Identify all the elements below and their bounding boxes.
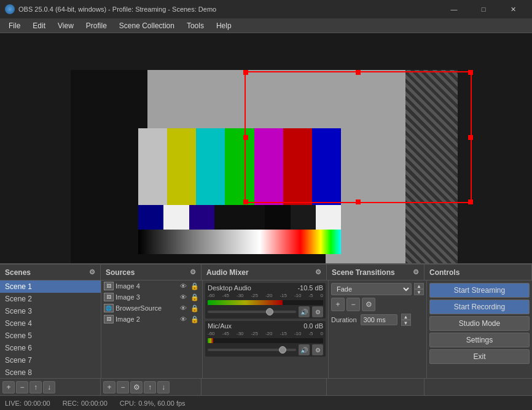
minimize-button[interactable]: — xyxy=(440,0,468,18)
duration-spin-down[interactable]: ▼ xyxy=(401,320,411,326)
start-streaming-button[interactable]: Start Streaming xyxy=(429,283,530,298)
source-item[interactable]: 🖼 Image 3 👁 🔒 xyxy=(101,292,202,303)
sources-header-icon[interactable]: ⚙ xyxy=(190,268,196,276)
transition-select-row: Fade Cut Swipe Slide ▲ ▼ xyxy=(331,283,424,295)
scene-item[interactable]: Scene 8 xyxy=(0,366,101,378)
titlebar-controls: — □ ✕ xyxy=(440,0,527,18)
source-eye-button[interactable]: 👁 xyxy=(178,304,188,312)
menu-view[interactable]: View xyxy=(52,19,80,33)
desktop-config-button[interactable]: ⚙ xyxy=(312,306,323,317)
mic-aux-meter xyxy=(208,338,323,343)
titlebar-left: OBS 25.0.4 (64-bit, windows) - Profile: … xyxy=(5,4,216,14)
rec-time: 00:00:00 xyxy=(81,400,108,407)
source-lock-button[interactable]: 🔒 xyxy=(190,304,200,312)
studio-mode-button[interactable]: Studio Mode xyxy=(429,316,530,331)
scene-item[interactable]: Scene 6 xyxy=(0,342,101,354)
scene-item[interactable]: Scene 1 xyxy=(0,280,101,293)
menu-help[interactable]: Help xyxy=(210,19,238,33)
sources-panel-header: Sources ⚙ xyxy=(101,265,201,280)
audio-panel-header: Audio Mixer ⚙ xyxy=(201,265,327,280)
menu-scene-collection[interactable]: Scene Collection xyxy=(113,19,181,33)
smpte-bar-green xyxy=(225,128,254,205)
scenes-panel: Scene 1 Scene 2 Scene 3 Scene 4 Scene 5 … xyxy=(0,280,101,378)
audio-track-header: Desktop Audio -10.5 dB xyxy=(208,284,323,292)
sources-panel: 🖼 Image 4 👁 🔒 🖼 Image 3 👁 🔒 🌐 BrowserSou… xyxy=(101,280,203,378)
close-button[interactable]: ✕ xyxy=(499,0,527,18)
desktop-audio-controls: 🔊 ⚙ xyxy=(208,306,323,317)
scenes-header-icon[interactable]: ⚙ xyxy=(89,268,95,276)
config-source-button[interactable]: ⚙ xyxy=(130,381,143,393)
smpte-bar-yellow xyxy=(167,128,196,205)
mic-aux-fader[interactable] xyxy=(208,349,296,351)
mic-config-button[interactable]: ⚙ xyxy=(312,344,323,355)
smpte-bottom-1 xyxy=(138,205,163,230)
move-scene-down-button[interactable]: ↓ xyxy=(43,381,55,393)
source-item[interactable]: 🌐 BrowserSource 👁 🔒 xyxy=(101,303,202,314)
transition-toolbar: + − ⚙ xyxy=(331,298,424,311)
menu-tools[interactable]: Tools xyxy=(181,19,210,33)
smpte-bottom-7 xyxy=(316,205,341,230)
scenes-toolbar: + − ↑ ↓ xyxy=(0,379,101,395)
smpte-bars-bottom xyxy=(138,205,341,230)
settings-button[interactable]: Settings xyxy=(429,333,530,347)
move-source-up-button[interactable]: ↑ xyxy=(144,381,156,393)
transition-type-select[interactable]: Fade Cut Swipe Slide xyxy=(331,283,412,295)
remove-scene-button[interactable]: − xyxy=(16,381,28,393)
source-item[interactable]: 🖼 Image 4 👁 🔒 xyxy=(101,280,202,292)
live-status: LIVE: 00:00:00 xyxy=(5,400,50,407)
source-lock-button[interactable]: 🔒 xyxy=(190,315,200,323)
source-name: Image 2 xyxy=(115,315,140,323)
maximize-button[interactable]: □ xyxy=(469,0,498,18)
transition-spin-down[interactable]: ▼ xyxy=(414,289,424,295)
remove-transition-button[interactable]: − xyxy=(346,298,360,311)
desktop-fader-thumb xyxy=(266,308,273,315)
audio-label: Audio Mixer xyxy=(206,268,249,277)
menu-profile[interactable]: Profile xyxy=(80,19,113,33)
scene-item[interactable]: Scene 2 xyxy=(0,293,101,305)
audio-header-icon[interactable]: ⚙ xyxy=(315,268,321,276)
duration-spin-up[interactable]: ▲ xyxy=(401,314,411,320)
exit-button[interactable]: Exit xyxy=(429,349,530,364)
mic-mute-button[interactable]: 🔊 xyxy=(299,344,310,355)
smpte-bar-magenta xyxy=(254,128,283,205)
mic-aux-track: Mic/Aux 0.0 dB -60 -45 -30 -25 -20 -15 -… xyxy=(205,321,326,357)
transitions-header-icon[interactable]: ⚙ xyxy=(413,268,419,276)
source-eye-button[interactable]: 👁 xyxy=(178,315,188,323)
source-eye-button[interactable]: 👁 xyxy=(178,293,188,301)
mic-track-header: Mic/Aux 0.0 dB xyxy=(208,322,323,330)
add-scene-button[interactable]: + xyxy=(2,381,15,393)
desktop-audio-fill xyxy=(208,300,283,305)
desktop-audio-meter xyxy=(208,300,323,305)
source-lock-button[interactable]: 🔒 xyxy=(190,282,200,290)
rec-status: REC: 00:00:00 xyxy=(63,400,108,407)
cpu-value: 0.9%, 60.00 fps xyxy=(138,400,185,407)
gray-ramp xyxy=(138,230,341,254)
desktop-audio-fader[interactable] xyxy=(208,311,296,313)
source-item[interactable]: 🖼 Image 2 👁 🔒 xyxy=(101,314,202,325)
duration-input[interactable] xyxy=(361,314,397,325)
smpte-bottom-5 xyxy=(265,205,290,230)
desktop-mute-button[interactable]: 🔊 xyxy=(299,306,310,317)
add-transition-button[interactable]: + xyxy=(331,298,345,311)
move-source-down-button[interactable]: ↓ xyxy=(157,381,170,393)
source-eye-button[interactable]: 👁 xyxy=(178,282,188,290)
menu-edit[interactable]: Edit xyxy=(26,19,52,33)
remove-source-button[interactable]: − xyxy=(117,381,129,393)
scene-item[interactable]: Scene 3 xyxy=(0,305,101,317)
config-transition-button[interactable]: ⚙ xyxy=(362,298,375,311)
add-source-button[interactable]: + xyxy=(103,381,115,393)
scene-item[interactable]: Scene 5 xyxy=(0,330,101,342)
source-browser-icon: 🌐 xyxy=(104,304,114,312)
smpte-bars-top xyxy=(138,128,341,205)
start-recording-button[interactable]: Start Recording xyxy=(429,300,530,314)
scene-item[interactable]: Scene 4 xyxy=(0,317,101,330)
statusbar: LIVE: 00:00:00 REC: 00:00:00 CPU: 0.9%, … xyxy=(0,395,532,410)
move-scene-up-button[interactable]: ↑ xyxy=(29,381,42,393)
controls-label: Controls xyxy=(429,268,460,277)
source-lock-button[interactable]: 🔒 xyxy=(190,293,200,301)
smpte-bottom-2 xyxy=(163,205,189,230)
scene-item[interactable]: Scene 7 xyxy=(0,354,101,366)
menu-file[interactable]: File xyxy=(2,19,26,33)
smpte-bar-blue xyxy=(312,128,341,205)
transition-spin-up[interactable]: ▲ xyxy=(414,283,424,289)
